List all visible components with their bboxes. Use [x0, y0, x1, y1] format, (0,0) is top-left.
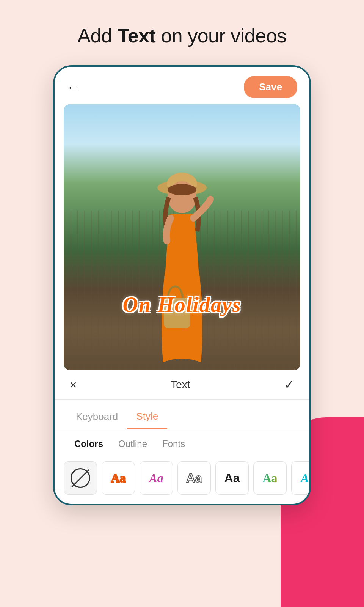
font-option-none[interactable]: [64, 461, 97, 495]
font-option-multicolor[interactable]: Aa: [253, 461, 287, 495]
font-option-pink[interactable]: Aa: [140, 461, 173, 495]
confirm-button[interactable]: ✓: [284, 377, 294, 392]
svg-point-3: [168, 184, 196, 195]
no-style-icon: [71, 468, 90, 488]
toolbar-title: Text: [171, 379, 190, 391]
bottom-panel: × Text ✓ Keyboard Style Colors Outline F…: [55, 370, 309, 504]
phone-mockup: ← Save: [53, 65, 311, 505]
subtab-outline[interactable]: Outline: [111, 436, 155, 452]
font-option-bold[interactable]: Aa: [215, 461, 249, 495]
font-option-outline[interactable]: Aa: [177, 461, 211, 495]
person-figure: [144, 165, 220, 362]
font-option-teal[interactable]: Aa: [291, 461, 309, 495]
subtab-colors[interactable]: Colors: [67, 436, 111, 452]
tab-keyboard[interactable]: Keyboard: [67, 407, 127, 429]
style-subtabs: Colors Outline Fonts: [55, 429, 309, 455]
font-option-orange[interactable]: Aa: [102, 461, 135, 495]
page-wrapper: Add Text on your videos ← Save: [0, 0, 364, 607]
back-button[interactable]: ←: [67, 81, 79, 93]
mode-tabs: Keyboard Style: [55, 400, 309, 429]
text-toolbar: × Text ✓: [55, 370, 309, 400]
close-button[interactable]: ×: [70, 378, 77, 392]
tab-style[interactable]: Style: [127, 407, 167, 429]
phone-header: ← Save: [55, 67, 309, 104]
font-options-row: Aa Aa Aa Aa Aa: [55, 455, 309, 504]
photo-overlay-text[interactable]: On Holidays: [123, 292, 242, 317]
subtab-fonts[interactable]: Fonts: [155, 436, 193, 452]
photo-area: On Holidays: [64, 104, 300, 370]
save-button[interactable]: Save: [244, 76, 297, 98]
page-title: Add Text on your videos: [77, 24, 286, 47]
